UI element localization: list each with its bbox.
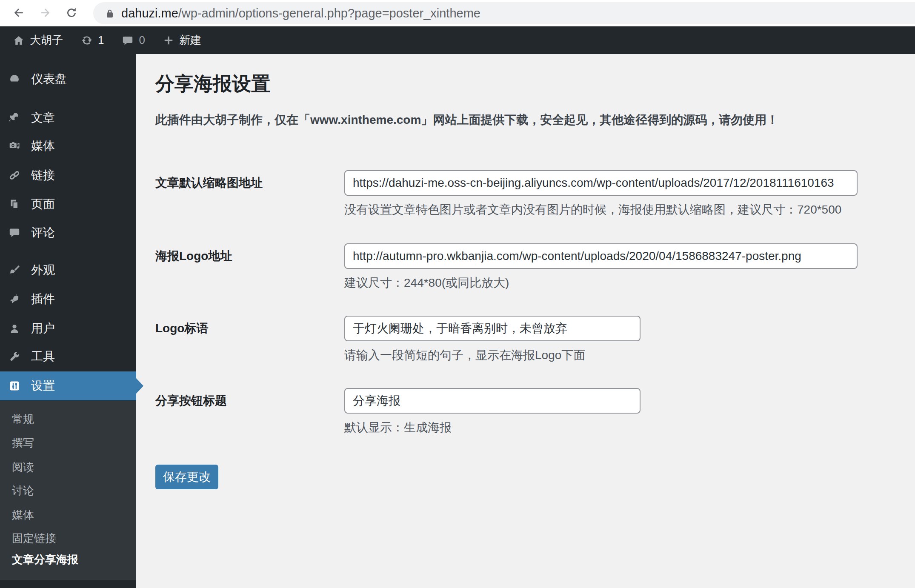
sidebar-item-dashboard[interactable]: 仪表盘 [0, 65, 136, 94]
sidebar-subitem-media[interactable]: 媒体 [0, 503, 136, 527]
sidebar-item-plugins[interactable]: 插件 [0, 285, 136, 314]
sidebar-subitem-writing[interactable]: 撰写 [0, 431, 136, 455]
comments-count: 0 [139, 34, 145, 47]
camera-icon [9, 140, 20, 152]
link-icon [9, 169, 20, 181]
sidebar-subitem-discussion[interactable]: 讨论 [0, 479, 136, 502]
updates-icon [81, 34, 93, 46]
sidebar-subitem-general[interactable]: 常规 [0, 407, 136, 431]
site-name: 大胡子 [30, 33, 63, 48]
logo-slogan-help: 请输入一段简短的句子，显示在海报Logo下面 [344, 347, 585, 364]
url-text: dahuzi.me/wp-admin/options-general.php?p… [121, 6, 480, 20]
share-button-title-label: 分享按钮标题 [155, 388, 227, 414]
admin-bar-site-link[interactable]: 大胡子 [13, 33, 63, 48]
url-path: /wp-admin/options-general.php?page=poste… [178, 6, 480, 20]
admin-bar-comments[interactable]: 0 [122, 34, 145, 47]
settings-content: 分享海报设置 此插件由大胡子制作，仅在「www.xintheme.com」网站上… [136, 54, 915, 588]
sidebar-item-tools[interactable]: 工具 [0, 342, 136, 371]
updates-count: 1 [98, 34, 104, 47]
pin-icon [9, 112, 20, 124]
logo-slogan-input[interactable] [344, 316, 640, 341]
comment-icon [9, 227, 20, 239]
url-domain: dahuzi.me [121, 6, 178, 20]
sidebar-item-users[interactable]: 用户 [0, 314, 136, 343]
sidebar-subitem-reading[interactable]: 阅读 [0, 455, 136, 479]
sidebar-item-links[interactable]: 链接 [0, 161, 136, 190]
admin-bar-new[interactable]: 新建 [163, 33, 201, 48]
wordpress-admin-page: dahuzi.me/wp-admin/options-general.php?p… [0, 0, 915, 588]
sliders-icon [9, 380, 20, 392]
browser-forward-icon[interactable] [36, 3, 54, 22]
logo-url-label: 海报Logo地址 [155, 243, 232, 269]
sidebar-item-media[interactable]: 媒体 [0, 131, 136, 160]
wp-sidebar-menu: 仪表盘 文章 媒体 [0, 54, 136, 588]
wp-admin-bar: 大胡子 1 0 新建 [0, 26, 915, 54]
plus-icon [163, 35, 174, 46]
sidebar-subitem-share-poster[interactable]: 文章分享海报 [0, 548, 136, 571]
new-label: 新建 [179, 33, 201, 48]
sidebar-item-comments[interactable]: 评论 [0, 218, 136, 247]
share-button-title-input[interactable] [344, 388, 640, 414]
logo-url-help: 建议尺寸：244*80(或同比放大) [344, 274, 509, 291]
brush-icon [9, 264, 20, 276]
save-changes-button[interactable]: 保存更改 [155, 465, 218, 489]
sidebar-item-pages[interactable]: 页面 [0, 190, 136, 219]
logo-slogan-label: Logo标语 [155, 316, 208, 341]
admin-bar-updates[interactable]: 1 [81, 34, 104, 47]
sidebar-item-posts[interactable]: 文章 [0, 103, 136, 132]
browser-url-bar[interactable]: dahuzi.me/wp-admin/options-general.php?p… [93, 2, 915, 24]
browser-reload-icon[interactable] [62, 3, 81, 22]
share-button-title-help: 默认显示：生成海报 [344, 419, 452, 436]
thumbnail-url-label: 文章默认缩略图地址 [155, 170, 263, 196]
pages-icon [9, 198, 20, 210]
thumbnail-url-help: 没有设置文章特色图片或者文章内没有图片的时候，海报使用默认缩略图，建议尺寸：72… [344, 201, 841, 218]
sidebar-item-settings[interactable]: 设置 [0, 371, 136, 400]
browser-back-icon[interactable] [9, 3, 28, 22]
plugin-notice: 此插件由大胡子制作，仅在「www.xintheme.com」网站上面提供下载，安… [155, 112, 778, 128]
sidebar-item-appearance[interactable]: 外观 [0, 256, 136, 285]
logo-url-input[interactable] [344, 243, 858, 269]
wrench-icon [9, 351, 20, 363]
home-icon [13, 34, 25, 46]
lock-icon [104, 8, 115, 19]
page-title: 分享海报设置 [155, 71, 270, 97]
sidebar-subitem-permalinks[interactable]: 固定链接 [0, 526, 136, 550]
plugin-icon [9, 293, 20, 305]
comments-bubble-icon [122, 34, 134, 46]
dashboard-icon [9, 73, 20, 85]
user-icon [9, 323, 20, 334]
browser-chrome: dahuzi.me/wp-admin/options-general.php?p… [0, 0, 915, 26]
thumbnail-url-input[interactable] [344, 170, 858, 196]
